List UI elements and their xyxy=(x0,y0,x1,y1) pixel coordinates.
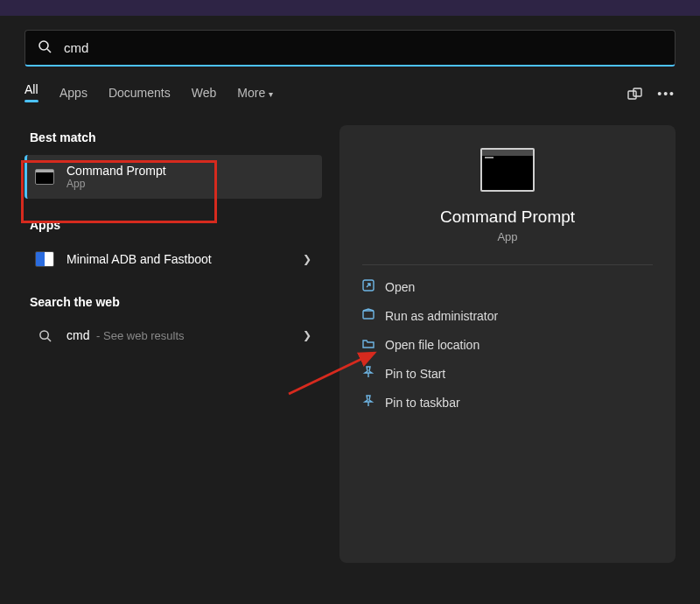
section-search-web: Search the web xyxy=(30,295,322,309)
result-web-cmd[interactable]: cmd - See web results ❯ xyxy=(24,320,322,351)
section-apps: Apps xyxy=(30,218,322,232)
svg-point-0 xyxy=(39,41,48,50)
cmd-icon xyxy=(35,169,54,185)
tab-all[interactable]: All xyxy=(24,82,38,109)
tab-apps[interactable]: Apps xyxy=(60,86,88,107)
open-icon xyxy=(362,279,385,294)
chevron-right-icon: ❯ xyxy=(303,253,312,265)
result-sub: App xyxy=(66,178,166,190)
svg-line-5 xyxy=(47,338,51,341)
more-options-icon[interactable]: ••• xyxy=(657,87,676,105)
search-bar[interactable] xyxy=(24,30,676,67)
action-label: Pin to taskbar xyxy=(385,396,460,410)
search-icon xyxy=(35,329,54,342)
tab-more[interactable]: More▾ xyxy=(237,86,273,107)
action-label: Pin to Start xyxy=(385,367,445,381)
divider xyxy=(362,264,653,265)
pin-icon xyxy=(362,395,385,410)
search-input[interactable] xyxy=(64,40,662,55)
section-best-match: Best match xyxy=(30,130,322,144)
result-name: Command Prompt xyxy=(66,164,166,178)
chevron-right-icon: ❯ xyxy=(303,329,312,341)
preview-panel: Command Prompt App Open Run as administr… xyxy=(340,125,676,563)
action-open[interactable]: Open xyxy=(340,272,676,301)
result-name: Minimal ADB and Fastboot xyxy=(66,252,212,266)
preview-subtitle: App xyxy=(340,230,676,243)
action-open-location[interactable]: Open file location xyxy=(340,330,676,359)
results-panel: Best match Command Prompt App Apps Minim… xyxy=(24,125,322,563)
action-label: Run as administrator xyxy=(385,309,498,323)
result-minimal-adb[interactable]: Minimal ADB and Fastboot ❯ xyxy=(24,242,322,276)
shield-icon xyxy=(362,308,385,323)
tab-web[interactable]: Web xyxy=(192,86,217,107)
action-pin-taskbar[interactable]: Pin to taskbar xyxy=(340,388,676,417)
search-across-icon[interactable] xyxy=(627,87,643,105)
action-pin-start[interactable]: Pin to Start xyxy=(340,359,676,388)
result-name: cmd - See web results xyxy=(66,328,185,342)
action-label: Open file location xyxy=(385,338,480,352)
svg-point-4 xyxy=(39,330,47,338)
titlebar xyxy=(0,0,700,16)
svg-rect-3 xyxy=(634,88,641,96)
result-command-prompt[interactable]: Command Prompt App xyxy=(24,155,322,199)
cmd-icon xyxy=(480,148,535,192)
folder-icon xyxy=(362,337,385,352)
search-icon xyxy=(38,39,52,57)
preview-title: Command Prompt xyxy=(340,207,676,227)
chevron-down-icon: ▾ xyxy=(269,89,273,99)
action-label: Open xyxy=(385,280,415,294)
svg-rect-2 xyxy=(628,91,636,99)
adb-icon xyxy=(35,251,54,267)
tab-documents[interactable]: Documents xyxy=(108,86,171,107)
filter-tabs: All Apps Documents Web More▾ ••• xyxy=(24,82,676,109)
svg-line-1 xyxy=(47,49,51,53)
pin-icon xyxy=(362,366,385,381)
svg-rect-7 xyxy=(363,311,374,319)
action-run-as-admin[interactable]: Run as administrator xyxy=(340,301,676,330)
